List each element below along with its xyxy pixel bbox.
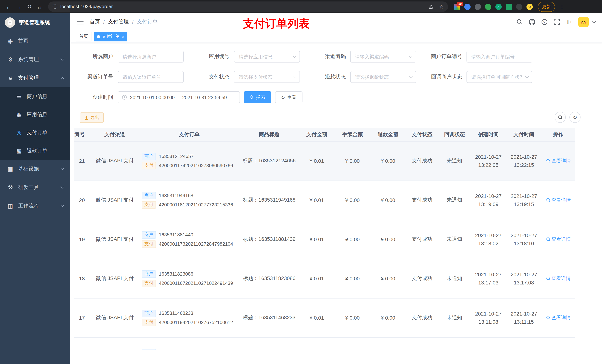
reload-icon[interactable]: ↻ [24,2,34,11]
sidebar-item-workflow[interactable]: ◫ 工作流程 [0,197,70,215]
cell-fee: ¥ 0.00 [335,141,370,180]
merchant-input[interactable] [118,51,184,62]
sidebar-item-pay-order[interactable]: ◎ 支付订单 [0,124,70,142]
view-detail-link[interactable]: 查看详情 [546,275,571,282]
address-bar[interactable]: ⓘ localhost:1024/pay/order ☆ [48,1,448,12]
sidebar-item-payment[interactable]: ¥ 支付管理 [0,69,70,87]
cell-amount: ¥ 0.01 [299,141,335,180]
table-row: 18 微信 JSAPI 支付 商户 1635311823086 支付 [74,259,575,298]
cell-id: 21 [74,141,91,180]
colorful-extension-icon[interactable]: 10 [454,3,460,10]
profile-avatar-icon[interactable] [527,3,533,10]
merchant-order-no: 1635312124657 [159,154,194,159]
merchant-order-no: 1635311468233 [159,310,193,316]
cell-actions: 查看详情 [542,220,575,259]
col-pay-order: 支付订单 [139,128,239,141]
cell-fee: ¥ 0.00 [335,220,370,259]
view-detail-link[interactable]: 查看详情 [546,314,571,321]
merchant-order-no-input[interactable] [466,51,532,62]
site-info-icon[interactable]: ⓘ [53,3,57,10]
filter-refund-status: 退款状态 [307,71,423,83]
merchant-order-no: 1635311881440 [159,232,193,238]
sidebar-item-dev-tools[interactable]: ⚒ 研发工具 [0,178,70,197]
dark-extension-icon[interactable] [475,3,481,10]
yen-icon: ¥ [7,75,14,81]
sidebar-item-home[interactable]: ◉ 首页 [0,32,70,50]
date-range-picker[interactable]: 2021-10-01 00:00:00 - 2021-10-31 23:59:5… [118,91,240,103]
merchant-tag: 商户 [142,192,156,199]
view-detail-link[interactable]: 查看详情 [546,197,571,203]
dashboard-icon: ◉ [7,38,14,44]
notify-status-select[interactable] [466,71,532,83]
sidebar-item-merchant-info[interactable]: ▤ 商户信息 [0,87,70,105]
github-icon[interactable] [529,19,535,25]
refresh-table-icon[interactable]: ↻ [570,112,580,123]
app-select[interactable] [234,51,300,62]
chevron-down-icon [61,57,64,61]
tab-pay-order[interactable]: 支付订单 × [94,32,128,41]
notebook-extension-icon[interactable] [506,3,512,10]
channel-pay-no: 4200001173202110272847982104 [159,241,233,247]
breadcrumb-payment[interactable]: 支付管理 [108,19,129,25]
sidebar-item-refund-order[interactable]: ▧ 退款订单 [0,142,70,160]
table-row: 商户 1635311151736 支付 [74,337,575,350]
cell-title: 标题：1635311881439 [239,220,299,259]
knot-extension-icon[interactable] [516,3,522,10]
page-title-annotation: 支付订单列表 [243,16,310,31]
card-icon: ▤ [16,93,22,100]
cell-amount: ¥ 0.01 [299,298,335,337]
font-size-icon[interactable]: TT [566,19,572,25]
sidebar-item-system[interactable]: ⚙ 系统管理 [0,50,70,69]
cell-fee: ¥ 0.00 [335,259,370,298]
view-detail-link[interactable]: 查看详情 [546,236,571,243]
url-text[interactable]: localhost:1024/pay/order [60,4,423,9]
user-avatar[interactable] [578,17,589,27]
cell-status: 支付成功 [406,220,438,259]
date-end: 2021-10-31 23:59:59 [182,94,227,100]
blue-drop-extension-icon[interactable] [464,3,471,10]
help-icon[interactable]: ? [541,19,548,25]
channel-order-no-input[interactable] [118,71,184,83]
tab-home[interactable]: 首页 [76,32,91,41]
breadcrumb-home[interactable]: 首页 [90,19,100,25]
forward-icon[interactable]: → [14,2,24,11]
channel-code-select[interactable] [350,51,416,62]
col-refund: 退款金额 [370,128,406,141]
sidebar-item-app-info[interactable]: ▦ 应用信息 [0,105,70,124]
sidebar-logo[interactable]: 芋道管理系统 [0,13,70,32]
share-icon[interactable] [429,4,433,9]
chevron-down-icon [61,203,64,207]
sidebar-item-infrastructure[interactable]: ▣ 基础设施 [0,160,70,178]
view-detail-link[interactable]: 查看详情 [546,157,571,164]
green-circle-extension-icon[interactable] [485,3,491,10]
cell-channel: 微信 JSAPI 支付 [91,180,139,220]
sidebar-item-label: 系统管理 [18,56,39,63]
merchant-tag: 商户 [142,231,156,239]
sidebar-item-label: 商户信息 [27,93,47,100]
chevron-down-icon [61,166,64,170]
bookmark-star-icon[interactable]: ☆ [439,4,443,10]
table-header-row: 编号 支付渠道 支付订单 商品标题 支付金额 手续金额 退款金额 支付状态 回调… [74,128,575,141]
search-button[interactable]: 搜索 [244,91,271,103]
browser-menu-icon[interactable]: ⋮ [559,4,565,10]
fullscreen-icon[interactable] [554,19,560,25]
pay-status-select[interactable] [234,71,300,83]
check-extension-icon[interactable]: ✓ [495,3,502,10]
chevron-down-icon[interactable] [592,19,596,23]
toggle-search-icon[interactable] [555,112,566,123]
tools-icon: ⚒ [7,184,14,191]
browser-update-button[interactable]: 更新 [538,2,555,12]
hamburger-icon[interactable] [77,20,84,24]
cell-create-time: 2021-10-2713:18:02 [471,220,506,259]
col-pay-time: 支付时间 [506,128,542,141]
close-icon[interactable]: × [122,34,124,39]
back-icon[interactable]: ← [4,2,13,11]
home-icon[interactable]: ⌂ [35,2,44,11]
export-button[interactable]: 导出 [80,113,104,123]
cell-title: 标题：1635311949168 [239,180,299,220]
reset-button[interactable]: ↻ 重置 [275,91,302,103]
search-icon[interactable] [516,19,522,25]
refund-status-select[interactable] [350,71,416,83]
pay-tag: 支付 [142,240,156,248]
cell-id [74,337,91,350]
